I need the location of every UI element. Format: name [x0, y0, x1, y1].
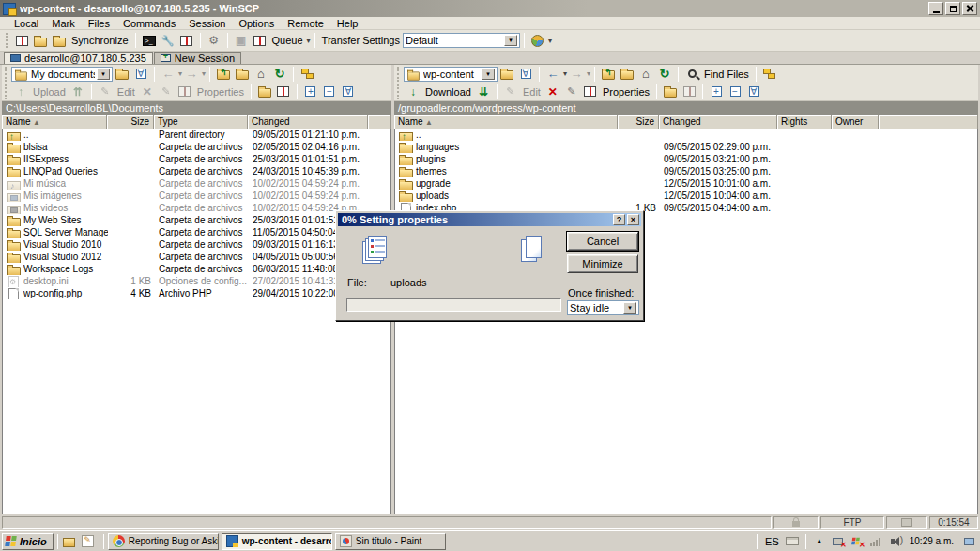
show-hidden-icons[interactable]: ▲ [813, 535, 826, 548]
home-directory-icon[interactable]: ⌂ [637, 66, 654, 82]
file-row[interactable]: SQL Server Manageme...Carpeta de archivo… [3, 226, 390, 238]
refresh-panels-icon[interactable] [178, 33, 195, 49]
new-shortcut-icon[interactable] [275, 84, 292, 99]
quicklaunch-explorer-icon[interactable] [65, 535, 78, 548]
refresh-icon[interactable]: ↻ [271, 66, 288, 82]
column-header-size[interactable]: Size [107, 115, 154, 129]
select-files-icon[interactable]: + [302, 84, 319, 99]
file-row[interactable]: Visual Studio 2012Carpeta de archivos04/… [3, 251, 390, 263]
file-row[interactable]: .. [395, 129, 977, 141]
synchronize-icon[interactable] [51, 33, 68, 49]
local-directory-combo[interactable]: My documents ▾ [11, 67, 113, 82]
file-row[interactable]: themes09/05/2015 03:25:00 p.m. [395, 165, 977, 177]
open-directory-icon[interactable] [498, 66, 515, 82]
download-and-delete-icon[interactable]: ⇊ [475, 84, 492, 99]
start-button[interactable]: Inicio [2, 533, 54, 550]
minimize-dialog-button[interactable]: Minimize [567, 254, 638, 273]
column-header-changed[interactable]: Changed [659, 115, 777, 129]
preferences-icon[interactable]: 🔧 [160, 33, 176, 49]
file-row[interactable]: Visual Studio 2010Carpeta de archivos09/… [3, 238, 390, 251]
file-row[interactable]: ..Parent directory09/05/2015 01:21:10 p.… [3, 129, 390, 141]
forward-icon[interactable]: → [568, 66, 585, 82]
network-disconnected-icon[interactable] [832, 535, 845, 548]
updates-disabled-icon[interactable] [850, 535, 864, 548]
file-row[interactable]: Mi músicaCarpeta de archivos10/02/2015 0… [3, 177, 390, 190]
file-row[interactable]: My Web SitesCarpeta de archivos25/03/201… [3, 214, 390, 226]
menu-options[interactable]: Options [232, 18, 281, 29]
new-folder-icon[interactable] [256, 84, 273, 99]
file-row[interactable]: Mis imágenesCarpeta de archivos10/02/201… [3, 190, 390, 202]
rename-icon[interactable]: ✎ [563, 84, 580, 99]
minimize-button[interactable] [928, 2, 943, 15]
filter-icon[interactable]: ∀ [517, 66, 534, 82]
file-row[interactable]: wp-config.php4 KBArchivo PHP29/04/2015 1… [3, 287, 390, 299]
unselect-files-icon[interactable]: − [321, 84, 338, 99]
quicklaunch-editor-icon[interactable] [84, 535, 97, 548]
select-all-icon[interactable]: ∀ [745, 84, 762, 99]
column-header-rights[interactable]: Rights [777, 115, 832, 129]
remote-path-bar[interactable]: /grupoadler.com/wordpress/wp-content [394, 101, 978, 115]
transfer-settings-dropdown-icon[interactable]: ▾ [548, 37, 552, 45]
download-icon[interactable]: ↓ [405, 84, 421, 99]
column-header-size[interactable]: Size [618, 115, 659, 129]
menu-files[interactable]: Files [82, 18, 116, 29]
dialog-close-button[interactable]: × [627, 214, 639, 225]
menu-local[interactable]: Local [8, 18, 45, 29]
delete-icon[interactable]: ✕ [544, 84, 561, 99]
directory-history-icon[interactable] [619, 66, 635, 82]
language-indicator[interactable]: ES [761, 536, 783, 547]
restore-button[interactable] [945, 2, 960, 15]
menu-help[interactable]: Help [330, 18, 365, 29]
column-header-owner[interactable]: Owner [832, 115, 879, 129]
combo-dropdown-icon[interactable]: ▾ [482, 69, 495, 80]
home-directory-icon[interactable]: ⌂ [253, 66, 269, 82]
unselect-files-icon[interactable]: − [727, 84, 743, 99]
parent-directory-icon[interactable] [215, 66, 232, 82]
remote-directory-combo[interactable]: wp-content ▾ [404, 67, 498, 82]
directory-tree-icon[interactable] [761, 66, 778, 82]
file-row[interactable]: Mis videosCarpeta de archivos10/02/2015 … [3, 202, 390, 214]
select-files-icon[interactable]: + [708, 84, 725, 99]
directory-history-icon[interactable] [234, 66, 251, 82]
file-row[interactable]: upgrade12/05/2015 10:01:00 a.m. [395, 177, 977, 190]
queue-dropdown-icon[interactable]: ▾ [307, 37, 311, 45]
back-icon[interactable]: ← [544, 66, 561, 82]
column-header-name[interactable]: Name ▲ [2, 115, 107, 129]
taskbar-task-paint[interactable]: Sin título - Paint [335, 533, 446, 550]
taskbar-task-winscp[interactable]: wp-content - desarrol... [222, 533, 332, 550]
download-button[interactable]: Download [425, 86, 471, 98]
find-files-icon[interactable] [683, 66, 700, 82]
cancel-button[interactable]: Cancel [567, 232, 638, 251]
keyboard-icon[interactable] [786, 535, 799, 548]
open-directory-icon[interactable] [114, 66, 130, 82]
combo-dropdown-icon[interactable]: ▾ [504, 35, 517, 46]
file-row[interactable]: blsisaCarpeta de archivos02/05/2015 02:0… [3, 141, 390, 153]
menu-commands[interactable]: Commands [116, 18, 182, 29]
synchronize-browsing-icon[interactable] [32, 33, 49, 49]
combo-dropdown-icon[interactable]: ▾ [97, 69, 110, 80]
queue-icon[interactable] [252, 33, 268, 49]
back-icon[interactable]: ← [160, 66, 176, 82]
properties-icon[interactable] [582, 84, 599, 99]
volume-icon[interactable] [888, 535, 901, 548]
open-console-icon[interactable]: >_ [141, 33, 158, 49]
file-row[interactable]: desktop.ini1 KBOpciones de config...27/0… [3, 275, 390, 287]
file-row[interactable]: languages09/05/2015 02:29:00 p.m. [395, 141, 977, 153]
tab-session-active[interactable]: desarrollo@107.180.5.235 [4, 52, 153, 64]
local-path-bar[interactable]: C:\Users\DesarrolloBL\Documents [2, 101, 391, 115]
directory-tree-icon[interactable] [299, 66, 315, 82]
signal-strength-icon[interactable] [869, 535, 882, 548]
find-files-button[interactable]: Find Files [704, 69, 749, 80]
column-header-type[interactable]: Type [154, 115, 248, 129]
combo-dropdown-icon[interactable]: ▾ [623, 302, 636, 314]
compare-directories-icon[interactable] [13, 33, 30, 49]
file-row[interactable]: plugins09/05/2015 03:21:00 p.m. [395, 153, 977, 165]
once-finished-combo[interactable]: Stay idle ▾ [567, 300, 639, 315]
clock[interactable]: 10:29 a.m. [904, 536, 959, 546]
file-row[interactable]: IISExpressCarpeta de archivos25/03/2015 … [3, 153, 390, 165]
parent-directory-icon[interactable] [600, 66, 617, 82]
refresh-icon[interactable]: ↻ [656, 66, 673, 82]
forward-icon[interactable]: → [183, 66, 200, 82]
taskbar-task-chrome[interactable]: Reporting Bug or Asking ... [108, 533, 219, 550]
queue-button[interactable]: Queue [272, 35, 303, 46]
